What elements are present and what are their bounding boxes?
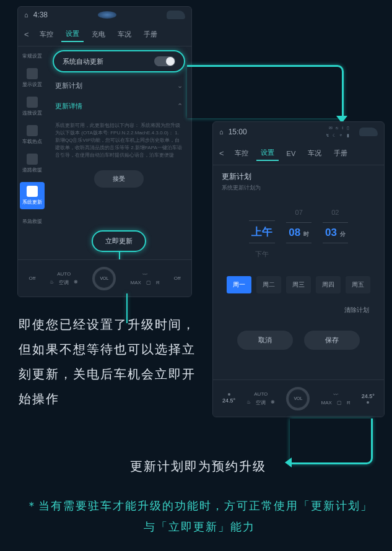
hotspot-icon — [27, 125, 38, 136]
tab-manual[interactable]: 手册 — [139, 27, 162, 41]
update-now-button[interactable]: 立即更新 — [92, 230, 146, 252]
dock-right: 24.5° AUTO♨空调❋ VOL 〰MAX▢R 24.5° — [213, 380, 384, 417]
auto-update-label: 系统自动更新 — [63, 57, 103, 66]
chevron-down-icon: ⌄ — [177, 82, 183, 90]
device-right: ⌂ 15:00 ✉⎋ᚼ▯ ↯☾ᯤ▮ < 车控 设置 EV 车况 手册 更新计划 … — [212, 121, 385, 417]
side-general[interactable]: 常规设置 — [22, 53, 42, 59]
auto-update-toggle[interactable] — [154, 56, 175, 66]
display-icon — [27, 68, 38, 79]
side-update[interactable]: 系统更新 — [20, 182, 45, 209]
user-icon: ⎋ — [336, 126, 338, 131]
day-tue[interactable]: 周二 — [256, 276, 281, 293]
status-icons: ✉⎋ᚼ▯ ↯☾ᯤ▮ — [326, 126, 349, 138]
auto-update-toggle-row: 系统自动更新 — [53, 50, 185, 72]
minute-column[interactable]: 02 03 分 — [323, 209, 348, 257]
day-wed[interactable]: 周三 — [286, 276, 311, 293]
dock-off-left[interactable]: Off — [29, 276, 36, 281]
footnote: ＊当有需要驻车才能升级的功能时，方可正常使用「更新计划」与「立即更新」能力 — [25, 495, 373, 537]
tab-carctrl[interactable]: 车控 — [35, 27, 58, 41]
dock-auto[interactable]: AUTO♨空调❋ — [50, 271, 78, 286]
side-link[interactable]: 连接设置 — [22, 97, 42, 116]
car-icon[interactable] — [167, 11, 185, 19]
plan-title: 更新计划 — [222, 171, 375, 182]
moon-icon: ☾ — [333, 133, 336, 138]
connector-arrow-top — [187, 65, 344, 118]
tab-settings[interactable]: 设置 — [256, 145, 279, 161]
download-icon — [27, 186, 38, 197]
temp-left[interactable]: 24.5° — [222, 393, 235, 404]
msg-icon: ✉ — [329, 126, 333, 131]
back-button[interactable]: < — [219, 149, 227, 158]
side-icons: 常规设置 显示设置 连接设置 车载热点 道路救援 系统更新 吊急救援 — [18, 46, 46, 259]
tabbar-left: < 车控 设置 充电 车况 手册 — [18, 23, 191, 46]
tab-status[interactable]: 车况 — [303, 146, 326, 160]
caption-right: 更新计划即为预约升级 — [130, 458, 266, 475]
paragraph-left: 即使您已经设置了升级时间，但如果不想等待也可以选择立刻更新，关电后车机会立即开始… — [19, 312, 198, 411]
statusbar-left: ⌂ 4:38 — [18, 7, 191, 23]
fan-icon: ❋ — [74, 279, 78, 286]
statusbar-right: ⌂ 15:00 ✉⎋ᚼ▯ ↯☾ᯤ▮ — [213, 122, 384, 142]
dock-defrost[interactable]: 〰MAX▢R — [131, 272, 160, 285]
day-thu[interactable]: 周四 — [316, 276, 341, 293]
sig-icon: ▮ — [347, 133, 349, 138]
bt-icon: ᚼ — [341, 126, 344, 131]
time-picker[interactable]: 上午 下午 07 08 时 02 03 分 — [222, 207, 375, 259]
side-display[interactable]: 显示设置 — [22, 68, 42, 88]
side-hotspot[interactable]: 车载热点 — [22, 125, 42, 145]
volume-dial[interactable]: VOL — [286, 387, 310, 410]
dock-off-right[interactable]: Off — [174, 276, 181, 281]
save-button[interactable]: 保存 — [304, 331, 360, 350]
clear-plan-button[interactable]: 清除计划 — [222, 306, 375, 315]
brand-logo — [98, 11, 116, 19]
update-plan-row[interactable]: 更新计划⌄ — [53, 79, 185, 93]
car-icon[interactable] — [359, 128, 378, 136]
ampm-column[interactable]: 上午 下午 — [249, 207, 275, 259]
clock: 4:38 — [33, 11, 48, 19]
dock-auto[interactable]: AUTO♨空调❋ — [246, 391, 275, 406]
day-fri[interactable]: 周五 — [346, 276, 370, 293]
defrost-icon: 〰 — [333, 392, 338, 397]
side-sos[interactable]: 道路救援 — [22, 154, 42, 173]
home-icon[interactable]: ⌂ — [219, 128, 224, 136]
tab-manual[interactable]: 手册 — [329, 146, 352, 160]
tabbar-right: < 车控 设置 EV 车况 手册 — [213, 142, 384, 165]
update-body: 系统更新可用，此更新包括以下内容： 系统将因为您升级为以下版本 (OTA版本号:… — [53, 119, 185, 162]
link-icon — [27, 97, 38, 108]
home-icon[interactable]: ⌂ — [24, 11, 28, 19]
connector-arrow-bottom — [290, 419, 373, 464]
cancel-button[interactable]: 取消 — [237, 331, 293, 350]
tab-ev[interactable]: EV — [282, 147, 300, 160]
day-row: 周一 周二 周三 周四 周五 — [222, 276, 375, 293]
seat-icon: ♨ — [50, 279, 54, 286]
tab-carctrl[interactable]: 车控 — [230, 146, 253, 160]
back-button[interactable]: < — [24, 30, 32, 39]
temp-right[interactable]: 24.5° — [362, 393, 375, 404]
fan-icon: ❋ — [271, 399, 275, 406]
clock: 15:00 — [229, 128, 247, 136]
wifi-icon: ᯤ — [339, 133, 344, 138]
tab-status[interactable]: 车况 — [113, 27, 136, 41]
volume-dial[interactable]: VOL — [92, 267, 116, 290]
accept-button[interactable]: 接受 — [94, 170, 144, 188]
rear-icon: ▢ — [146, 280, 151, 285]
dock-defrost[interactable]: 〰MAX▢R — [321, 392, 351, 406]
sos-icon — [27, 154, 38, 165]
day-mon[interactable]: 周一 — [227, 276, 251, 293]
defrost-icon: 〰 — [142, 272, 147, 277]
batt-icon: ▯ — [347, 126, 349, 131]
hour-column[interactable]: 07 08 时 — [286, 209, 311, 257]
rear-icon: ▢ — [337, 400, 342, 406]
dock-left: Off AUTO♨空调❋ VOL 〰MAX▢R Off — [18, 259, 191, 297]
tab-settings[interactable]: 设置 — [61, 27, 84, 42]
seat-icon: ♨ — [246, 399, 251, 406]
chevron-up-icon: ⌃ — [177, 102, 183, 110]
tab-charge[interactable]: 充电 — [87, 27, 110, 41]
update-info-row[interactable]: 更新详情⌃ — [53, 99, 185, 113]
plan-subtitle: 系统更新计划为 — [222, 184, 375, 192]
device-left: ⌂ 4:38 < 车控 设置 充电 车况 手册 常规设置 显示设置 连接设置 车… — [17, 6, 192, 297]
wand-icon: ↯ — [326, 133, 329, 138]
side-emergency[interactable]: 吊急救援 — [22, 218, 42, 225]
